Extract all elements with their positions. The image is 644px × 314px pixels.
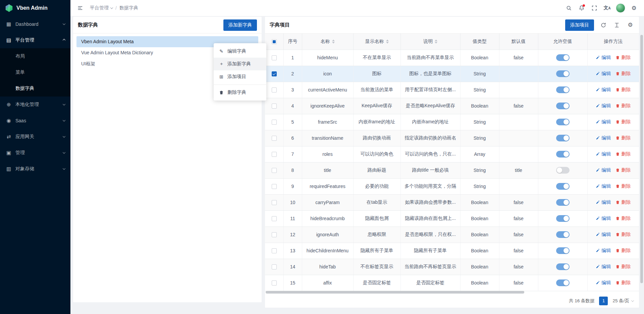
- edit-row-button[interactable]: 编辑: [596, 103, 611, 109]
- edit-row-button[interactable]: 编辑: [596, 87, 611, 93]
- row-checkbox[interactable]: [272, 71, 277, 76]
- row-checkbox[interactable]: [272, 200, 277, 205]
- allow-null-toggle[interactable]: [556, 54, 570, 61]
- delete-row-button[interactable]: 删除: [615, 71, 631, 77]
- sidebar-item[interactable]: ◉Saas: [0, 113, 70, 129]
- delete-row-button[interactable]: 删除: [615, 167, 631, 173]
- table-row[interactable]: 11hideBreadcrumb隐藏面包屑隐藏该路由在面包屑上...Boolea…: [265, 210, 639, 227]
- sidebar-item[interactable]: ⊕本地化管理: [0, 97, 70, 113]
- table-row[interactable]: 14hideTab不在标签页显示当前路由不再标签页显示Booleanfalse编…: [265, 259, 639, 275]
- allow-null-toggle[interactable]: [556, 135, 570, 141]
- delete-row-button[interactable]: 删除: [615, 199, 631, 205]
- allow-null-toggle[interactable]: [556, 167, 570, 174]
- table-row[interactable]: 4ignoreKeepAliveKeepAlive缓存是否忽略KeepAlive…: [265, 98, 639, 114]
- delete-row-button[interactable]: 删除: [615, 87, 631, 93]
- allow-null-toggle[interactable]: [556, 151, 570, 158]
- row-checkbox[interactable]: [272, 184, 277, 189]
- row-height-icon[interactable]: [613, 21, 621, 29]
- delete-row-button[interactable]: 删除: [615, 103, 631, 109]
- settings-icon[interactable]: ⚙: [626, 21, 634, 29]
- bell-icon[interactable]: [576, 3, 587, 13]
- edit-row-button[interactable]: 编辑: [596, 280, 611, 286]
- allow-null-toggle[interactable]: [556, 103, 570, 109]
- edit-row-button[interactable]: 编辑: [596, 199, 611, 205]
- delete-row-button[interactable]: 删除: [615, 135, 631, 141]
- delete-row-button[interactable]: 删除: [615, 280, 631, 286]
- allow-null-toggle[interactable]: [556, 199, 570, 206]
- sidebar-item[interactable]: ▦Dashboard: [0, 16, 70, 32]
- delete-row-button[interactable]: 删除: [615, 264, 631, 270]
- table-row[interactable]: 8title路由标题路由title 一般必填Stringtitle编辑删除: [265, 162, 639, 178]
- table-row[interactable]: 9requiredFeatures必要的功能多个功能间用英文，分隔String编…: [265, 178, 639, 194]
- page-1-button[interactable]: 1: [599, 297, 608, 305]
- edit-row-button[interactable]: 编辑: [596, 232, 611, 238]
- edit-row-button[interactable]: 编辑: [596, 248, 611, 254]
- allow-null-toggle[interactable]: [556, 183, 570, 190]
- edit-row-button[interactable]: 编辑: [596, 55, 611, 61]
- add-dict-button[interactable]: 添加新字典: [223, 19, 257, 31]
- row-checkbox[interactable]: [272, 280, 277, 286]
- sidebar-subitem[interactable]: 菜单: [0, 64, 70, 80]
- allow-null-toggle[interactable]: [556, 247, 570, 254]
- row-checkbox[interactable]: [272, 136, 277, 141]
- allow-null-toggle[interactable]: [556, 70, 570, 77]
- table-row[interactable]: 12ignoreAuth忽略权限是否忽略权限，只在权...Booleanfals…: [265, 227, 639, 243]
- table-row[interactable]: 5frameSrc内嵌iframe的地址内嵌iframe的地址String编辑删…: [265, 114, 639, 130]
- logo[interactable]: Vben Admin: [0, 0, 70, 16]
- page-size-select[interactable]: 25 条/页: [612, 298, 634, 304]
- breadcrumb-item-platform[interactable]: 平台管理: [90, 5, 113, 11]
- delete-row-button[interactable]: 删除: [615, 215, 631, 222]
- edit-row-button[interactable]: 编辑: [596, 215, 611, 222]
- sidebar-item[interactable]: ▤平台管理: [0, 32, 70, 48]
- translate-icon[interactable]: 文A: [602, 3, 612, 13]
- context-menu-item[interactable]: ✎编辑字典: [214, 45, 266, 58]
- row-checkbox[interactable]: [272, 104, 277, 109]
- table-row[interactable]: 6transitionName路由切换动画指定该路由切换的动画名String编辑…: [265, 130, 639, 146]
- column-header[interactable]: 显示名称: [353, 34, 400, 50]
- search-icon[interactable]: [564, 3, 574, 13]
- context-menu-item[interactable]: ＋添加新字典: [214, 58, 266, 70]
- edit-row-button[interactable]: 编辑: [596, 71, 611, 77]
- edit-row-button[interactable]: 编辑: [596, 183, 611, 189]
- row-checkbox[interactable]: [272, 152, 277, 157]
- sidebar-item[interactable]: ⇄应用网关: [0, 129, 70, 145]
- edit-row-button[interactable]: 编辑: [596, 167, 611, 173]
- allow-null-toggle[interactable]: [556, 86, 570, 93]
- edit-row-button[interactable]: 编辑: [596, 135, 611, 141]
- column-header[interactable]: 说明: [400, 34, 460, 50]
- menu-fold-icon[interactable]: [75, 3, 85, 13]
- table-row[interactable]: 10carryParam在tab显示如果该路由会携带参数...Booleanfa…: [265, 194, 639, 210]
- context-menu-item[interactable]: ⊞添加项目: [214, 70, 266, 83]
- allow-null-toggle[interactable]: [556, 119, 570, 125]
- row-checkbox[interactable]: [272, 55, 277, 60]
- vertical-scrollbar[interactable]: [640, 0, 643, 314]
- edit-row-button[interactable]: 编辑: [596, 119, 611, 125]
- sidebar-item[interactable]: ▥对象存储: [0, 161, 70, 177]
- table-row[interactable]: 3currentActiveMenu当前激活的菜单用于配置详情页时左侧...St…: [265, 82, 639, 98]
- sidebar-subitem[interactable]: 布局: [0, 48, 70, 64]
- horizontal-scrollbar[interactable]: [266, 291, 635, 294]
- select-all-checkbox-header[interactable]: [265, 34, 283, 50]
- allow-null-toggle[interactable]: [556, 263, 570, 270]
- fullscreen-icon[interactable]: [589, 3, 600, 13]
- table-row[interactable]: 15affix是否固定标签是否固定标签Booleanfalse编辑删除: [265, 275, 639, 291]
- delete-row-button[interactable]: 删除: [615, 151, 631, 157]
- row-checkbox[interactable]: [272, 87, 277, 92]
- table-row[interactable]: 1hideMenu不在菜单显示当前路由不再菜单显示Booleanfalse编辑删…: [265, 50, 639, 66]
- delete-row-button[interactable]: 删除: [615, 232, 631, 238]
- row-checkbox[interactable]: [272, 216, 277, 221]
- delete-row-button[interactable]: 删除: [615, 55, 631, 61]
- table-row[interactable]: 7roles可以访问的角色可以访问的角色，只在...Array编辑删除: [265, 146, 639, 162]
- delete-row-button[interactable]: 删除: [615, 183, 631, 189]
- row-checkbox[interactable]: [272, 232, 277, 237]
- allow-null-toggle[interactable]: [556, 231, 570, 238]
- breadcrumb-item-dict[interactable]: 数据字典: [119, 5, 138, 11]
- row-checkbox[interactable]: [272, 168, 277, 173]
- row-checkbox[interactable]: [272, 120, 277, 125]
- delete-row-button[interactable]: 删除: [615, 119, 631, 125]
- horizontal-scrollbar-thumb[interactable]: [266, 291, 524, 294]
- avatar[interactable]: [616, 3, 625, 13]
- edit-row-button[interactable]: 编辑: [596, 151, 611, 157]
- edit-row-button[interactable]: 编辑: [596, 264, 611, 270]
- refresh-icon[interactable]: [599, 21, 607, 29]
